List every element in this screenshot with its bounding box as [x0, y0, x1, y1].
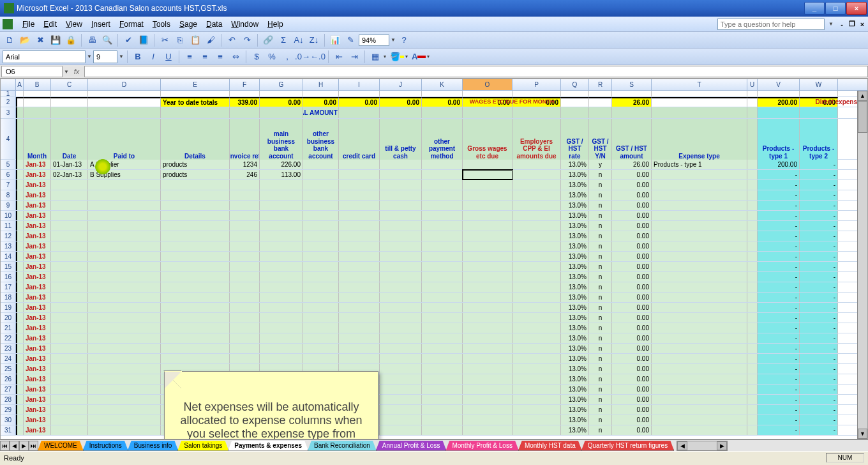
col-header-V[interactable]: V: [758, 79, 800, 90]
cell[interactable]: [260, 107, 303, 118]
cell-R30[interactable]: n: [589, 415, 612, 425]
cell-R6[interactable]: n: [589, 170, 612, 179]
autosum-icon[interactable]: Σ: [276, 33, 290, 47]
cell[interactable]: 0.00: [380, 97, 422, 107]
cell-C28[interactable]: [51, 395, 88, 404]
cell-W14[interactable]: -: [800, 252, 838, 261]
menu-format[interactable]: Format: [115, 19, 148, 30]
cell-K20[interactable]: [422, 313, 463, 323]
cell-A18[interactable]: [16, 293, 24, 302]
cell-E6[interactable]: products: [161, 170, 230, 179]
cell-U9[interactable]: [747, 201, 758, 210]
cell-A26[interactable]: [16, 374, 24, 384]
cell-S20[interactable]: 0.00: [612, 313, 652, 323]
cell-I15[interactable]: [339, 262, 380, 271]
cell-E18[interactable]: [161, 293, 230, 302]
cell-P31[interactable]: [513, 425, 561, 435]
open-icon[interactable]: 📂: [18, 33, 32, 47]
cell-T26[interactable]: [652, 374, 747, 384]
cell-V16[interactable]: -: [758, 272, 800, 282]
cell-K25[interactable]: [422, 364, 463, 374]
sheet-tab-business-info[interactable]: Business info: [128, 441, 178, 451]
cell-H12[interactable]: [303, 231, 339, 241]
doc-close-button[interactable]: ×: [858, 20, 867, 29]
cell-P6[interactable]: [513, 170, 561, 179]
cell-J30[interactable]: [380, 415, 422, 425]
cell-H8[interactable]: [303, 190, 339, 200]
cell-H21[interactable]: [303, 323, 339, 333]
cell-G17[interactable]: [260, 282, 303, 292]
cell-E24[interactable]: [161, 354, 230, 363]
cell-B7[interactable]: Jan-13: [24, 180, 51, 190]
cell-Q21[interactable]: 13.0%: [561, 323, 589, 333]
cell[interactable]: [88, 107, 161, 118]
cell[interactable]: [800, 107, 838, 118]
copy-icon[interactable]: ⎘: [173, 33, 187, 47]
cell-K17[interactable]: [422, 282, 463, 292]
cell-G18[interactable]: [260, 293, 303, 302]
cell-V13[interactable]: -: [758, 241, 800, 251]
cell-U14[interactable]: [747, 252, 758, 261]
cell-B10[interactable]: Jan-13: [24, 211, 51, 220]
cell-T8[interactable]: [652, 190, 747, 200]
col-header-O[interactable]: O: [463, 79, 513, 90]
cell-D6[interactable]: B Supplies: [88, 170, 161, 179]
horizontal-scrollbar[interactable]: ◀ ▶: [677, 441, 728, 451]
cell-P22[interactable]: [513, 333, 561, 343]
cell-K21[interactable]: [422, 323, 463, 333]
cell-D13[interactable]: [88, 241, 161, 251]
cell-W13[interactable]: -: [800, 241, 838, 251]
cell-R21[interactable]: n: [589, 323, 612, 333]
scroll-thumb[interactable]: [858, 101, 867, 133]
cell[interactable]: 0.00: [303, 97, 339, 107]
cell-I16[interactable]: [339, 272, 380, 282]
cell[interactable]: [88, 91, 161, 96]
cell-K9[interactable]: [422, 201, 463, 210]
cell-C6[interactable]: 02-Jan-13: [51, 170, 88, 179]
cell-G24[interactable]: [260, 354, 303, 363]
cell-V22[interactable]: -: [758, 333, 800, 343]
cell-Q10[interactable]: 13.0%: [561, 211, 589, 220]
cell-K13[interactable]: [422, 241, 463, 251]
cell-S16[interactable]: 0.00: [612, 272, 652, 282]
cell-Q18[interactable]: 13.0%: [561, 293, 589, 302]
cell-C18[interactable]: [51, 293, 88, 302]
cell-F20[interactable]: [230, 313, 260, 323]
cell-U6[interactable]: [747, 170, 758, 179]
cell-D19[interactable]: [88, 303, 161, 312]
cell-G13[interactable]: [260, 241, 303, 251]
cell-E13[interactable]: [161, 241, 230, 251]
cell-C15[interactable]: [51, 262, 88, 271]
name-box[interactable]: O6: [1, 66, 63, 77]
cell-T21[interactable]: [652, 323, 747, 333]
cell-Q9[interactable]: 13.0%: [561, 201, 589, 210]
cell-G21[interactable]: [260, 323, 303, 333]
cell-F19[interactable]: [230, 303, 260, 312]
cell-O16[interactable]: [463, 272, 513, 282]
cell-J11[interactable]: [380, 221, 422, 231]
cell-J25[interactable]: [380, 364, 422, 374]
cell-G19[interactable]: [260, 303, 303, 312]
cell-V15[interactable]: -: [758, 262, 800, 271]
cell-A19[interactable]: [16, 303, 24, 312]
cell-V6[interactable]: -: [758, 170, 800, 179]
currency-icon[interactable]: $: [250, 50, 264, 64]
cell-C5[interactable]: 01-Jan-13: [51, 160, 88, 169]
cell-Q5[interactable]: 13.0%: [561, 160, 589, 169]
cell-F11[interactable]: [230, 221, 260, 231]
col-header-B[interactable]: B: [24, 79, 51, 90]
cell-B17[interactable]: Jan-13: [24, 282, 51, 292]
cell[interactable]: [589, 97, 612, 107]
cell[interactable]: [463, 107, 513, 118]
cell-U23[interactable]: [747, 344, 758, 353]
cell-T14[interactable]: [652, 252, 747, 261]
fx-icon[interactable]: fx: [71, 68, 82, 75]
spreadsheet-grid[interactable]: ABCDEFGHIJKOPQRSTUVW 12Year to date tota…: [0, 79, 868, 439]
cell-P13[interactable]: [513, 241, 561, 251]
cell-A21[interactable]: [16, 323, 24, 333]
cell-J23[interactable]: [380, 344, 422, 353]
cell-K19[interactable]: [422, 303, 463, 312]
cell-G8[interactable]: [260, 190, 303, 200]
cell-U29[interactable]: [747, 405, 758, 415]
cell-F8[interactable]: [230, 190, 260, 200]
